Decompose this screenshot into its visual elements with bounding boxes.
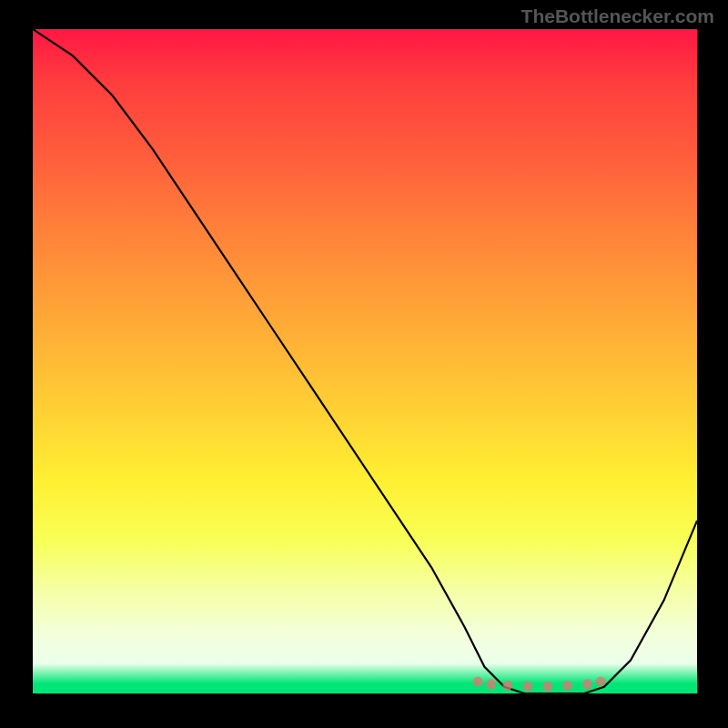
- marker-dot: [582, 679, 592, 689]
- bottleneck-curve: [33, 29, 697, 693]
- chart-container: TheBottlenecker.com: [0, 0, 728, 728]
- marker-dot: [502, 681, 512, 691]
- plot-area: [33, 29, 697, 693]
- marker-dot: [542, 682, 552, 692]
- marker-dot: [522, 682, 532, 692]
- marker-dot: [486, 679, 496, 689]
- watermark-text: TheBottlenecker.com: [521, 5, 714, 27]
- marker-dot: [562, 681, 572, 691]
- curve-layer: [33, 29, 697, 693]
- marker-group: [473, 676, 606, 691]
- marker-dot: [596, 676, 606, 686]
- marker-dot: [473, 676, 483, 686]
